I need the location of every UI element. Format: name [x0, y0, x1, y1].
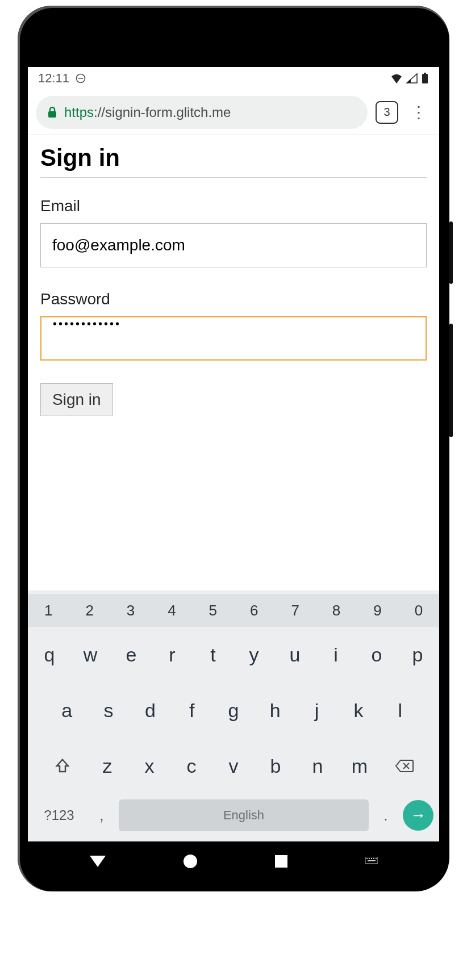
key-h[interactable]: h [257, 688, 294, 732]
page-title: Sign in [40, 144, 427, 178]
android-nav-bar [28, 841, 439, 881]
battery-icon [421, 73, 429, 84]
key-1[interactable]: 1 [28, 594, 69, 627]
svg-rect-2 [422, 74, 428, 83]
keyboard-row-2: a s d f g h j k l [28, 682, 439, 738]
key-j[interactable]: j [298, 688, 335, 732]
key-k[interactable]: k [340, 688, 377, 732]
key-s[interactable]: s [90, 688, 127, 732]
key-d[interactable]: d [132, 688, 169, 732]
do-not-disturb-icon [75, 73, 86, 84]
key-w[interactable]: w [72, 633, 109, 677]
key-7[interactable]: 7 [274, 594, 315, 627]
svg-rect-3 [424, 73, 426, 74]
key-i[interactable]: i [318, 633, 354, 677]
nav-recents-icon[interactable] [275, 855, 287, 868]
key-m[interactable]: m [341, 744, 378, 788]
key-8[interactable]: 8 [316, 594, 357, 627]
cell-signal-icon [406, 73, 418, 83]
key-g[interactable]: g [215, 688, 252, 732]
nav-back-icon[interactable] [90, 856, 106, 867]
svg-rect-9 [369, 858, 370, 859]
key-u[interactable]: u [277, 633, 313, 677]
key-6[interactable]: 6 [234, 594, 274, 627]
wifi-icon [390, 73, 403, 83]
status-bar: 12:11 [28, 67, 439, 90]
key-t[interactable]: t [195, 633, 231, 677]
soft-keyboard: 1 2 3 4 5 6 7 8 9 0 q w e r t y [28, 590, 439, 841]
nav-home-icon[interactable] [184, 855, 197, 868]
key-l[interactable]: l [382, 688, 419, 732]
key-y[interactable]: y [236, 633, 272, 677]
key-o[interactable]: o [358, 633, 395, 677]
page-content: Sign in Email Password •••••••••••• Sign… [28, 135, 439, 590]
phone-frame: 12:11 [18, 6, 449, 891]
svg-rect-8 [366, 858, 368, 859]
comma-key[interactable]: , [90, 806, 113, 824]
status-time: 12:11 [38, 71, 69, 86]
signin-button[interactable]: Sign in [40, 383, 113, 416]
key-z[interactable]: z [89, 744, 126, 788]
keyboard-number-row: 1 2 3 4 5 6 7 8 9 0 [28, 594, 439, 627]
nav-keyboard-icon[interactable] [365, 857, 378, 866]
svg-rect-4 [48, 111, 56, 118]
key-c[interactable]: c [173, 744, 210, 788]
url-text: https://signin-form.glitch.me [64, 104, 231, 120]
svg-rect-10 [371, 858, 372, 859]
email-field[interactable] [40, 223, 427, 267]
key-f[interactable]: f [173, 688, 210, 732]
key-5[interactable]: 5 [193, 594, 234, 627]
svg-rect-12 [376, 858, 377, 859]
svg-rect-11 [373, 858, 374, 859]
menu-button[interactable]: ⋮ [406, 103, 431, 122]
power-button [449, 221, 453, 284]
period-key[interactable]: . [374, 806, 397, 824]
space-key[interactable]: English [119, 799, 369, 831]
lock-icon [47, 107, 57, 118]
browser-toolbar: https://signin-form.glitch.me 3 ⋮ [28, 90, 439, 135]
key-b[interactable]: b [257, 744, 294, 788]
key-0[interactable]: 0 [398, 594, 439, 627]
shift-key[interactable] [41, 744, 84, 788]
symbols-key[interactable]: ?123 [34, 807, 85, 823]
key-x[interactable]: x [131, 744, 168, 788]
tabs-button[interactable]: 3 [376, 101, 398, 124]
key-r[interactable]: r [154, 633, 190, 677]
volume-button [449, 324, 453, 437]
enter-key[interactable]: → [403, 800, 433, 831]
key-q[interactable]: q [31, 633, 68, 677]
keyboard-row-3: z x c v b n m [28, 738, 439, 794]
key-e[interactable]: e [113, 633, 149, 677]
svg-rect-13 [368, 860, 376, 861]
email-label: Email [40, 197, 427, 215]
address-bar[interactable]: https://signin-form.glitch.me [36, 96, 368, 129]
key-a[interactable]: a [48, 688, 85, 732]
key-p[interactable]: p [399, 633, 436, 677]
key-2[interactable]: 2 [69, 594, 110, 627]
key-9[interactable]: 9 [357, 594, 398, 627]
key-4[interactable]: 4 [151, 594, 192, 627]
password-field[interactable]: •••••••••••• [40, 316, 427, 361]
password-label: Password [40, 290, 427, 308]
keyboard-row-1: q w e r t y u i o p [28, 627, 439, 682]
key-v[interactable]: v [215, 744, 252, 788]
key-3[interactable]: 3 [110, 594, 151, 627]
keyboard-bottom-row: ?123 , English . → [28, 794, 439, 841]
backspace-key[interactable] [383, 744, 426, 788]
key-n[interactable]: n [299, 744, 336, 788]
